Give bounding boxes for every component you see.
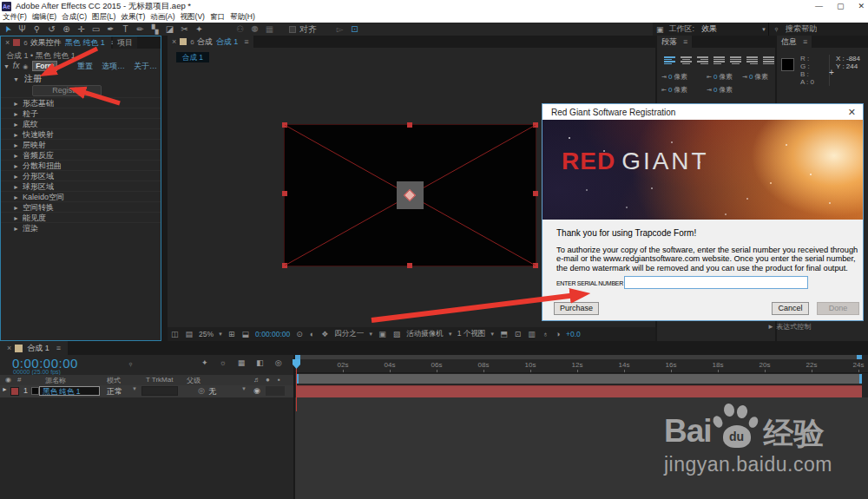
parent-dropdown-icon[interactable]: ▼ (241, 386, 247, 391)
zoom-level[interactable]: 25% (199, 330, 214, 338)
frame-blending-icon[interactable]: ◧ (256, 358, 264, 367)
time-ruler[interactable]: 02s 04s 06s 08s 10s 12s 14s 16s 18s 20s … (295, 359, 868, 373)
effect-group-row[interactable]: ►分形区域 (1, 170, 161, 181)
clone-stamp-tool-icon[interactable]: ▚ (148, 23, 162, 36)
puppet-pin-tool-icon[interactable]: ✦ (192, 23, 207, 36)
resolution-dropdown-icon[interactable]: ▼ (368, 332, 373, 337)
about-link[interactable]: 关于… (134, 61, 157, 72)
effect-group-row[interactable]: ►层映射 (1, 139, 161, 149)
effect-group-row[interactable]: ►能见度 (1, 212, 161, 222)
flowchart-icon[interactable]: ♁ (542, 330, 549, 338)
zoom-tool-icon[interactable]: ⚲ (30, 23, 44, 36)
panel-menu-icon[interactable]: ≡ (803, 37, 807, 46)
pixel-aspect-icon[interactable]: ⬒ (500, 330, 508, 338)
mask-panel-icon[interactable]: ⚉ (247, 23, 262, 36)
pan-behind-tool-icon[interactable]: ✛ (74, 23, 89, 36)
show-snapshot-icon[interactable]: ▤ (186, 330, 194, 338)
grid-icon[interactable]: ▦ (262, 23, 277, 36)
composition-viewport[interactable] (284, 124, 536, 266)
snapshot-icon[interactable]: ◫ (171, 330, 179, 338)
effect-name[interactable]: Form (32, 61, 57, 71)
align-center-icon[interactable] (681, 56, 692, 64)
effect-group-row[interactable]: ►快速映射 (1, 128, 161, 139)
minimize-button[interactable]: — (815, 2, 823, 10)
composition-mini-flowchart-icon[interactable]: ✦ (201, 358, 208, 367)
register-button[interactable]: Register (32, 85, 102, 96)
menu-layer[interactable]: 图层(L) (92, 12, 115, 23)
effect-group-row[interactable]: ►粒子 (1, 108, 161, 118)
view-layout-value[interactable]: 1 个视图 (457, 329, 486, 339)
register-group-row[interactable]: ▼ 注册 (13, 73, 42, 85)
menu-help[interactable]: 帮助(H) (230, 12, 255, 23)
tab-close-icon[interactable]: × (172, 37, 176, 46)
reset-link[interactable]: 重置 (77, 61, 93, 72)
resolution-value[interactable]: 四分之一 (334, 329, 364, 339)
timeline-button-icon[interactable]: ▥ (528, 330, 536, 338)
mask-visibility-icon[interactable]: ⬓ (242, 330, 250, 338)
snapshot-camera-icon[interactable]: ⊙ (296, 330, 303, 338)
menu-window[interactable]: 窗口 (210, 12, 225, 23)
space-after-field[interactable]: ⇤0像素 (661, 85, 687, 95)
layer-blend-mode[interactable]: 正常 (107, 386, 122, 397)
anchor-point-box[interactable] (397, 181, 424, 209)
trkmat-cell[interactable] (141, 386, 178, 396)
close-button[interactable]: ✕ (858, 2, 865, 10)
dialog-close-icon[interactable]: ✕ (848, 107, 856, 118)
cancel-button[interactable]: Cancel (772, 302, 809, 315)
tab-close-icon[interactable]: × (5, 38, 10, 47)
timeline-search-icon[interactable]: ⌕ (128, 359, 133, 369)
align-right-icon[interactable] (697, 56, 708, 64)
menu-animation[interactable]: 动画(A) (150, 12, 174, 23)
transparency-grid-icon[interactable]: ▨ (393, 330, 401, 338)
menu-effect[interactable]: 效果(T) (121, 12, 145, 23)
done-button[interactable]: Done (817, 302, 859, 315)
tab-timeline-comp[interactable]: × 合成 1 ≡ (0, 341, 68, 355)
effect-group-row[interactable]: ►Kaleido空间 (1, 191, 161, 201)
hand-tool-icon[interactable]: Ψ (15, 23, 30, 36)
exposure-icon[interactable]: ◑ (556, 330, 560, 338)
menu-composition[interactable]: 合成(C) (62, 12, 87, 23)
exposure-value[interactable]: +0.0 (566, 330, 581, 338)
eraser-tool-icon[interactable]: ◪ (162, 23, 177, 36)
rotation-tool-icon[interactable]: ↺ (44, 23, 59, 36)
effect-group-row[interactable]: ►球形区域 (1, 181, 161, 191)
views-dropdown-icon[interactable]: ▼ (490, 332, 495, 337)
effect-group-row[interactable]: ►音频反应 (1, 149, 161, 160)
layer-parent-value[interactable]: 无 (208, 386, 216, 397)
options-link[interactable]: 选项… (102, 61, 125, 72)
brush-tool-icon[interactable]: ✏ (133, 23, 148, 36)
tab-effect-controls[interactable]: × 6 效果控件 黑色 纯色 1 ≡ (1, 36, 111, 49)
layer-name[interactable]: 黑色 纯色 1 (39, 386, 100, 396)
menu-view[interactable]: 视图(V) (181, 12, 205, 23)
expanded-arrow-icon[interactable]: ▼ (3, 63, 10, 69)
effect-group-row[interactable]: ►底纹 (1, 118, 161, 128)
shape-tool-icon[interactable]: ▭ (89, 23, 103, 36)
layer-row[interactable]: ► 1 黑色 纯色 1 正常 ▼ ◎ 无 ▼ ◉ (0, 385, 293, 397)
snap-checkbox[interactable] (289, 26, 296, 33)
zoom-dropdown-icon[interactable]: ▼ (218, 332, 223, 337)
mode-dropdown-icon[interactable]: ▼ (132, 386, 137, 391)
camera-view-value[interactable]: 活动摄像机 (406, 329, 444, 339)
indent-right-field[interactable]: ⇥0像素 (742, 72, 768, 82)
rgb-icon[interactable]: ❖ (321, 330, 328, 338)
effect-group-row[interactable]: ►空间转换 (1, 201, 161, 212)
layer-switches-cell[interactable] (266, 386, 285, 396)
tab-paragraph[interactable]: 段落 ≡ (657, 36, 692, 48)
layer-duration-bar[interactable] (296, 385, 862, 397)
character-panel-icon[interactable]: ⚇ (233, 23, 247, 36)
dialog-titlebar[interactable]: Red Giant Software Registration ✕ (542, 104, 863, 120)
effect-group-row[interactable]: ►形态基础 (1, 97, 161, 108)
motion-blur-icon[interactable]: ◎ (275, 358, 282, 367)
lock-icon[interactable]: 6 (23, 39, 27, 47)
panel-menu-icon[interactable]: ≡ (244, 37, 248, 46)
workspace-dropdown-icon[interactable]: ▼ (761, 27, 766, 32)
work-area-end-bracket[interactable] (859, 374, 862, 384)
form-effect-row[interactable]: ▼ fx ◉ Form 重置 选项… 关于… (1, 61, 161, 72)
tab-close-icon[interactable]: × (7, 344, 11, 352)
search-help-input[interactable]: 搜索帮助 (786, 23, 817, 35)
grid-guides-icon[interactable]: ⊞ (228, 330, 235, 338)
panel-menu-icon[interactable]: ≡ (683, 37, 687, 46)
expand-icon[interactable]: ⊡ (347, 23, 362, 36)
first-line-indent-field[interactable]: ⇥0像素 (707, 85, 733, 95)
type-tool-icon[interactable]: T (118, 23, 133, 36)
